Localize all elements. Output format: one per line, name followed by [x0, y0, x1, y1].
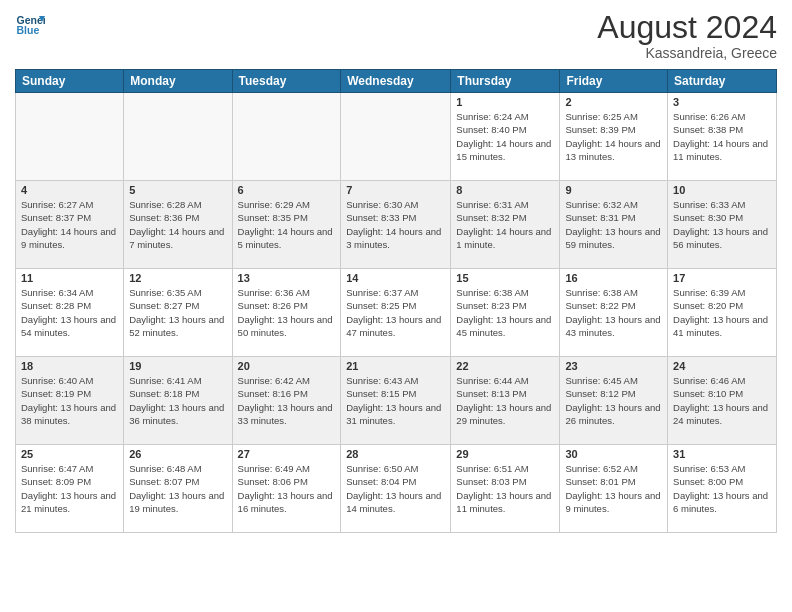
calendar-week-row: 1Sunrise: 6:24 AMSunset: 8:40 PMDaylight…: [16, 93, 777, 181]
day-info: Sunrise: 6:51 AMSunset: 8:03 PMDaylight:…: [456, 462, 554, 515]
day-info: Sunrise: 6:24 AMSunset: 8:40 PMDaylight:…: [456, 110, 554, 163]
table-row: [341, 93, 451, 181]
day-info: Sunrise: 6:52 AMSunset: 8:01 PMDaylight:…: [565, 462, 662, 515]
day-number: 9: [565, 184, 662, 196]
day-info: Sunrise: 6:47 AMSunset: 8:09 PMDaylight:…: [21, 462, 118, 515]
table-row: 11Sunrise: 6:34 AMSunset: 8:28 PMDayligh…: [16, 269, 124, 357]
table-row: 18Sunrise: 6:40 AMSunset: 8:19 PMDayligh…: [16, 357, 124, 445]
day-info: Sunrise: 6:30 AMSunset: 8:33 PMDaylight:…: [346, 198, 445, 251]
table-row: 8Sunrise: 6:31 AMSunset: 8:32 PMDaylight…: [451, 181, 560, 269]
table-row: 22Sunrise: 6:44 AMSunset: 8:13 PMDayligh…: [451, 357, 560, 445]
day-info: Sunrise: 6:53 AMSunset: 8:00 PMDaylight:…: [673, 462, 771, 515]
table-row: 19Sunrise: 6:41 AMSunset: 8:18 PMDayligh…: [124, 357, 232, 445]
day-number: 12: [129, 272, 226, 284]
day-number: 27: [238, 448, 336, 460]
table-row: 9Sunrise: 6:32 AMSunset: 8:31 PMDaylight…: [560, 181, 668, 269]
day-number: 17: [673, 272, 771, 284]
day-number: 30: [565, 448, 662, 460]
table-row: 28Sunrise: 6:50 AMSunset: 8:04 PMDayligh…: [341, 445, 451, 533]
table-row: [16, 93, 124, 181]
day-info: Sunrise: 6:28 AMSunset: 8:36 PMDaylight:…: [129, 198, 226, 251]
day-info: Sunrise: 6:32 AMSunset: 8:31 PMDaylight:…: [565, 198, 662, 251]
day-number: 4: [21, 184, 118, 196]
page: General Blue August 2024 Kassandreia, Gr…: [0, 0, 792, 612]
table-row: 30Sunrise: 6:52 AMSunset: 8:01 PMDayligh…: [560, 445, 668, 533]
day-number: 18: [21, 360, 118, 372]
header-tuesday: Tuesday: [232, 70, 341, 93]
day-number: 6: [238, 184, 336, 196]
day-number: 8: [456, 184, 554, 196]
day-number: 25: [21, 448, 118, 460]
table-row: 21Sunrise: 6:43 AMSunset: 8:15 PMDayligh…: [341, 357, 451, 445]
day-number: 19: [129, 360, 226, 372]
header-monday: Monday: [124, 70, 232, 93]
table-row: 25Sunrise: 6:47 AMSunset: 8:09 PMDayligh…: [16, 445, 124, 533]
day-number: 13: [238, 272, 336, 284]
day-number: 14: [346, 272, 445, 284]
day-number: 10: [673, 184, 771, 196]
table-row: 7Sunrise: 6:30 AMSunset: 8:33 PMDaylight…: [341, 181, 451, 269]
day-number: 16: [565, 272, 662, 284]
calendar: Sunday Monday Tuesday Wednesday Thursday…: [15, 69, 777, 533]
day-info: Sunrise: 6:50 AMSunset: 8:04 PMDaylight:…: [346, 462, 445, 515]
table-row: 14Sunrise: 6:37 AMSunset: 8:25 PMDayligh…: [341, 269, 451, 357]
calendar-week-row: 25Sunrise: 6:47 AMSunset: 8:09 PMDayligh…: [16, 445, 777, 533]
table-row: 17Sunrise: 6:39 AMSunset: 8:20 PMDayligh…: [668, 269, 777, 357]
day-info: Sunrise: 6:36 AMSunset: 8:26 PMDaylight:…: [238, 286, 336, 339]
header-thursday: Thursday: [451, 70, 560, 93]
day-number: 28: [346, 448, 445, 460]
day-info: Sunrise: 6:41 AMSunset: 8:18 PMDaylight:…: [129, 374, 226, 427]
title-area: August 2024 Kassandreia, Greece: [597, 10, 777, 61]
table-row: 29Sunrise: 6:51 AMSunset: 8:03 PMDayligh…: [451, 445, 560, 533]
table-row: 15Sunrise: 6:38 AMSunset: 8:23 PMDayligh…: [451, 269, 560, 357]
day-number: 31: [673, 448, 771, 460]
table-row: 27Sunrise: 6:49 AMSunset: 8:06 PMDayligh…: [232, 445, 341, 533]
day-info: Sunrise: 6:49 AMSunset: 8:06 PMDaylight:…: [238, 462, 336, 515]
day-number: 1: [456, 96, 554, 108]
day-number: 2: [565, 96, 662, 108]
day-number: 15: [456, 272, 554, 284]
table-row: 23Sunrise: 6:45 AMSunset: 8:12 PMDayligh…: [560, 357, 668, 445]
table-row: 5Sunrise: 6:28 AMSunset: 8:36 PMDaylight…: [124, 181, 232, 269]
day-info: Sunrise: 6:35 AMSunset: 8:27 PMDaylight:…: [129, 286, 226, 339]
day-number: 24: [673, 360, 771, 372]
logo-icon: General Blue: [15, 10, 45, 40]
table-row: 24Sunrise: 6:46 AMSunset: 8:10 PMDayligh…: [668, 357, 777, 445]
calendar-week-row: 11Sunrise: 6:34 AMSunset: 8:28 PMDayligh…: [16, 269, 777, 357]
header-friday: Friday: [560, 70, 668, 93]
table-row: 31Sunrise: 6:53 AMSunset: 8:00 PMDayligh…: [668, 445, 777, 533]
header-wednesday: Wednesday: [341, 70, 451, 93]
day-info: Sunrise: 6:26 AMSunset: 8:38 PMDaylight:…: [673, 110, 771, 163]
header-sunday: Sunday: [16, 70, 124, 93]
header-saturday: Saturday: [668, 70, 777, 93]
table-row: 6Sunrise: 6:29 AMSunset: 8:35 PMDaylight…: [232, 181, 341, 269]
month-year: August 2024: [597, 10, 777, 45]
day-info: Sunrise: 6:39 AMSunset: 8:20 PMDaylight:…: [673, 286, 771, 339]
day-info: Sunrise: 6:44 AMSunset: 8:13 PMDaylight:…: [456, 374, 554, 427]
table-row: 10Sunrise: 6:33 AMSunset: 8:30 PMDayligh…: [668, 181, 777, 269]
day-info: Sunrise: 6:43 AMSunset: 8:15 PMDaylight:…: [346, 374, 445, 427]
day-number: 5: [129, 184, 226, 196]
day-number: 26: [129, 448, 226, 460]
day-info: Sunrise: 6:37 AMSunset: 8:25 PMDaylight:…: [346, 286, 445, 339]
logo: General Blue: [15, 10, 49, 40]
table-row: 26Sunrise: 6:48 AMSunset: 8:07 PMDayligh…: [124, 445, 232, 533]
day-number: 29: [456, 448, 554, 460]
day-info: Sunrise: 6:45 AMSunset: 8:12 PMDaylight:…: [565, 374, 662, 427]
table-row: 2Sunrise: 6:25 AMSunset: 8:39 PMDaylight…: [560, 93, 668, 181]
day-info: Sunrise: 6:33 AMSunset: 8:30 PMDaylight:…: [673, 198, 771, 251]
day-info: Sunrise: 6:46 AMSunset: 8:10 PMDaylight:…: [673, 374, 771, 427]
day-number: 7: [346, 184, 445, 196]
table-row: [124, 93, 232, 181]
calendar-week-row: 18Sunrise: 6:40 AMSunset: 8:19 PMDayligh…: [16, 357, 777, 445]
calendar-week-row: 4Sunrise: 6:27 AMSunset: 8:37 PMDaylight…: [16, 181, 777, 269]
svg-text:Blue: Blue: [17, 24, 40, 36]
table-row: 20Sunrise: 6:42 AMSunset: 8:16 PMDayligh…: [232, 357, 341, 445]
day-info: Sunrise: 6:38 AMSunset: 8:22 PMDaylight:…: [565, 286, 662, 339]
day-info: Sunrise: 6:42 AMSunset: 8:16 PMDaylight:…: [238, 374, 336, 427]
table-row: 3Sunrise: 6:26 AMSunset: 8:38 PMDaylight…: [668, 93, 777, 181]
day-info: Sunrise: 6:38 AMSunset: 8:23 PMDaylight:…: [456, 286, 554, 339]
day-number: 3: [673, 96, 771, 108]
table-row: 16Sunrise: 6:38 AMSunset: 8:22 PMDayligh…: [560, 269, 668, 357]
day-info: Sunrise: 6:40 AMSunset: 8:19 PMDaylight:…: [21, 374, 118, 427]
